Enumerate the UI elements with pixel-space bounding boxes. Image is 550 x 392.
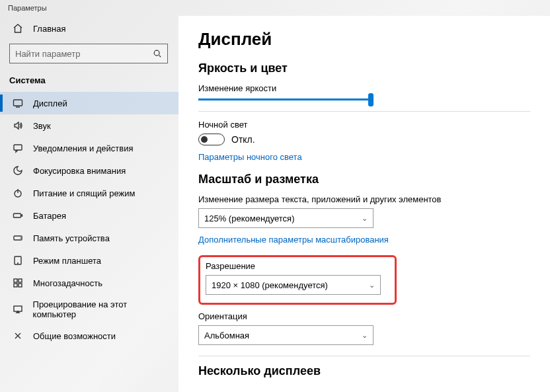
chevron-down-icon: ⌄ — [362, 214, 368, 223]
sidebar-item-label: Дисплей — [33, 98, 67, 108]
home-icon — [12, 22, 24, 34]
brightness-slider-label: Изменение яркости — [198, 83, 530, 93]
sidebar-item-notifications[interactable]: Уведомления и действия — [0, 137, 178, 159]
sidebar-item-label: Многозадачность — [33, 278, 102, 288]
orientation-label: Ориентация — [198, 311, 530, 321]
svg-point-0 — [154, 50, 159, 56]
sidebar-item-storage[interactable]: Память устройства — [0, 227, 178, 249]
svg-point-6 — [20, 237, 21, 239]
sidebar-item-tablet[interactable]: Режим планшета — [0, 249, 178, 272]
chevron-down-icon: ⌄ — [369, 281, 375, 290]
sidebar-item-label: Проецирование на этот компьютер — [33, 299, 169, 319]
svg-rect-2 — [14, 145, 22, 150]
sidebar-item-label: Фокусировка внимания — [33, 166, 126, 176]
brightness-slider[interactable] — [198, 98, 373, 100]
notifications-icon — [12, 142, 24, 154]
divider — [198, 111, 530, 112]
resolution-value: 1920 × 1080 (рекомендуется) — [212, 280, 328, 290]
sidebar-item-label: Режим планшета — [33, 256, 101, 266]
sidebar-section-label: Система — [0, 73, 178, 92]
storage-icon — [12, 232, 24, 244]
svg-rect-10 — [14, 284, 17, 287]
tablet-mode-icon — [12, 255, 24, 266]
multitasking-icon — [12, 277, 24, 289]
sidebar-item-label: Питание и спящий режим — [33, 188, 135, 198]
sidebar-item-focus-assist[interactable]: Фокусировка внимания — [0, 159, 178, 182]
search-icon — [153, 49, 162, 58]
chevron-down-icon: ⌄ — [362, 331, 368, 340]
sidebar-item-label: Звук — [33, 121, 51, 131]
night-light-settings-link[interactable]: Параметры ночного света — [198, 152, 530, 162]
display-icon — [12, 97, 24, 109]
sidebar: Главная Система Дисплей Звук Уведомления… — [0, 16, 178, 392]
sidebar-item-battery[interactable]: Батарея — [0, 204, 178, 227]
svg-rect-12 — [14, 306, 22, 311]
svg-rect-8 — [14, 279, 17, 282]
text-size-dropdown[interactable]: 125% (рекомендуется) ⌄ — [198, 208, 373, 228]
svg-rect-11 — [19, 284, 22, 287]
resolution-dropdown[interactable]: 1920 × 1080 (рекомендуется) ⌄ — [206, 275, 381, 295]
sidebar-item-display[interactable]: Дисплей — [0, 92, 178, 114]
sidebar-item-sound[interactable]: Звук — [0, 114, 178, 137]
search-input[interactable] — [15, 49, 153, 59]
resolution-label: Разрешение — [206, 261, 389, 271]
multi-display-heading: Несколько дисплеев — [198, 364, 530, 378]
orientation-value: Альбомная — [204, 331, 249, 340]
night-light-state: Откл. — [231, 134, 255, 145]
home-label: Главная — [33, 24, 65, 34]
toggle-knob — [201, 136, 208, 143]
divider — [198, 356, 530, 356]
sidebar-item-label: Общие возможности — [33, 331, 116, 341]
sidebar-item-projecting[interactable]: Проецирование на этот компьютер — [0, 294, 178, 325]
sidebar-item-label: Уведомления и действия — [33, 143, 134, 153]
window-title: Параметры — [0, 0, 550, 16]
resolution-highlight: Разрешение 1920 × 1080 (рекомендуется) ⌄ — [198, 255, 397, 305]
advanced-scaling-link[interactable]: Дополнительные параметры масштабирования — [198, 235, 530, 245]
scale-heading: Масштаб и разметка — [198, 173, 530, 186]
main-content: Дисплей Яркость и цвет Изменение яркости… — [178, 16, 550, 392]
sidebar-item-multitasking[interactable]: Многозадачность — [0, 272, 178, 294]
night-light-label: Ночной свет — [198, 120, 530, 130]
sidebar-item-power[interactable]: Питание и спящий режим — [0, 182, 178, 204]
sound-icon — [12, 120, 24, 132]
shared-experiences-icon — [12, 330, 24, 342]
sidebar-item-label: Память устройства — [33, 233, 110, 243]
night-light-toggle[interactable] — [198, 134, 225, 145]
power-icon — [12, 187, 24, 199]
svg-rect-1 — [14, 100, 22, 106]
text-size-label: Изменение размера текста, приложений и д… — [198, 194, 530, 204]
home-nav[interactable]: Главная — [0, 16, 178, 41]
text-size-value: 125% (рекомендуется) — [204, 214, 294, 223]
page-title: Дисплей — [198, 29, 530, 50]
sidebar-item-label: Батарея — [33, 211, 66, 221]
sidebar-item-shared[interactable]: Общие возможности — [0, 325, 178, 347]
projecting-icon — [12, 303, 24, 315]
search-box[interactable] — [9, 44, 168, 63]
slider-thumb[interactable] — [368, 93, 373, 106]
brightness-heading: Яркость и цвет — [198, 61, 530, 75]
svg-rect-9 — [19, 279, 22, 282]
svg-rect-4 — [14, 214, 21, 217]
focus-assist-icon — [12, 165, 24, 176]
battery-icon — [12, 210, 24, 221]
orientation-dropdown[interactable]: Альбомная ⌄ — [198, 325, 373, 345]
